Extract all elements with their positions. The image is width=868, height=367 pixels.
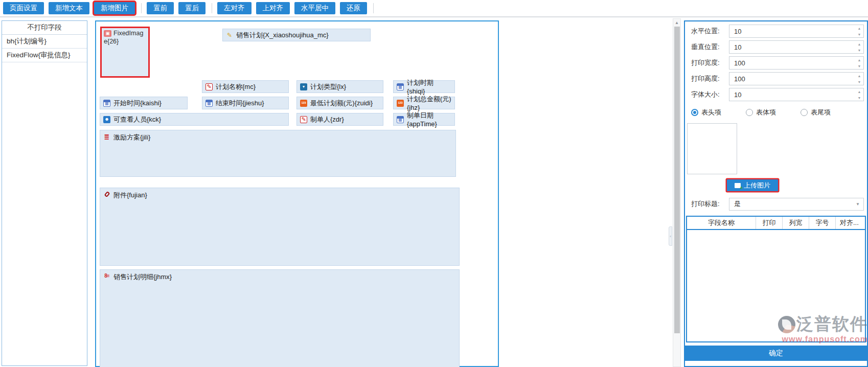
confirm-button[interactable]: 确定 [685, 346, 867, 361]
calendar-icon: ▦ [397, 83, 404, 90]
field-config-table: 字段名称 打印 列宽 字号 对齐... [686, 216, 866, 342]
col-print: 打印 [756, 217, 783, 229]
spin-down-icon[interactable]: ▼ [855, 95, 863, 101]
fixed-image-element[interactable]: ▣FixedImage{26} [100, 27, 150, 78]
field-report-title[interactable]: ✎ 销售计划{X_xiaoshoujihua_mc} [222, 29, 371, 41]
dropdown-icon: ▼ [300, 83, 307, 90]
bring-front-button[interactable]: 置前 [147, 2, 174, 14]
field-min-plan-amount[interactable]: 123 最低计划额(元){zuidi} [296, 97, 383, 109]
font-size-input[interactable] [729, 88, 864, 101]
field-create-date[interactable]: ▦ 制单日期{appTime} [393, 113, 455, 126]
scrollbar-thumb[interactable] [674, 27, 680, 333]
panel-footer-pad [685, 361, 867, 366]
print-title-value: 是 [734, 199, 741, 209]
spin-up-icon[interactable]: ▲ [855, 41, 863, 47]
person-icon: ☻ [103, 116, 110, 123]
align-top-button[interactable]: 上对齐 [256, 2, 290, 14]
add-text-button[interactable]: 新增文本 [49, 2, 89, 14]
prop-label: 打印宽度: [691, 58, 729, 67]
toolbar-separator [141, 3, 142, 13]
spin-up-icon[interactable]: ▲ [855, 57, 863, 63]
calendar-icon: ▦ [205, 100, 213, 107]
field-label: 最低计划额(元){zuidi} [310, 99, 373, 108]
field-attachment[interactable]: 附件{fujian} [100, 188, 460, 266]
field-label: 制单日期{appTime} [407, 111, 451, 128]
field-plan-type[interactable]: ▼ 计划类型{lx} [296, 80, 383, 93]
upload-image-button[interactable]: 上传图片 [727, 179, 778, 191]
col-field-name: 字段名称 [687, 217, 756, 229]
field-label: 销售计划{X_xiaoshoujihua_mc} [236, 31, 329, 40]
vertical-position-input[interactable] [729, 40, 864, 54]
spin-down-icon[interactable]: ▼ [855, 47, 863, 53]
number-icon: 123 [300, 100, 307, 107]
prop-row-print-height: 打印高度: ▲ ▼ [691, 72, 864, 85]
print-title-label: 打印标题: [691, 199, 729, 209]
field-start-time[interactable]: ▦ 开始时间{kaishi} [100, 97, 188, 109]
radio-table-footer[interactable]: 表尾项 [801, 108, 855, 117]
field-end-time[interactable]: ▦ 结束时间{jieshu} [202, 97, 289, 109]
col-align: 对齐... [836, 217, 865, 229]
section-radio-group: 表头项 表体项 表尾项 [691, 108, 864, 117]
radio-label: 表头项 [701, 108, 721, 117]
edit-icon: ✎ [300, 116, 307, 123]
field-label: 销售计划明细{jhmx} [113, 272, 172, 282]
radio-table-body[interactable]: 表体项 [746, 108, 801, 117]
field-creator[interactable]: ✎ 制单人{zdr} [296, 113, 383, 126]
field-plan-name[interactable]: ✎ 计划名称{mc} [202, 80, 289, 93]
restore-button[interactable]: 还原 [340, 2, 367, 14]
field-total-plan-amount[interactable]: 123 计划总金额(元){jhz} [393, 97, 455, 109]
spin-up-icon[interactable]: ▲ [855, 88, 863, 95]
edit-icon: ✎ [205, 83, 213, 90]
print-title-select[interactable]: 是 ▼ [729, 198, 864, 211]
vertical-scrollbar[interactable]: ▲ [673, 18, 681, 367]
field-incentive-plan[interactable]: ≣ 激励方案{jili} [100, 130, 456, 177]
col-font-size: 字号 [809, 217, 836, 229]
prop-label: 水平位置: [691, 27, 729, 36]
spin-up-icon[interactable]: ▲ [855, 73, 863, 79]
radio-icon [746, 109, 753, 116]
tag-icon: ✎ [226, 32, 233, 39]
spinner: ▲ ▼ [855, 25, 863, 37]
field-plan-period[interactable]: ▦ 计划时期{shiqi} [393, 80, 455, 93]
field-label: 可查看人员{kck} [113, 115, 161, 124]
center-horizontal-button[interactable]: 水平居中 [294, 2, 335, 14]
prop-row-horizontal-position: 水平位置: ▲ ▼ [691, 25, 864, 38]
detail-grid-icon: 8≡ [103, 272, 110, 280]
col-width: 列宽 [783, 217, 809, 229]
spinner: ▲ ▼ [855, 41, 863, 53]
toolbar-separator [212, 3, 212, 13]
spin-up-icon[interactable]: ▲ [855, 25, 863, 31]
spin-down-icon[interactable]: ▼ [855, 31, 863, 37]
field-label: 计划类型{lx} [310, 82, 346, 91]
horizontal-position-input[interactable] [729, 25, 864, 38]
field-label: 结束时间{jieshu} [216, 99, 264, 108]
send-back-button[interactable]: 置后 [178, 2, 205, 14]
sidebar-item-plan-number[interactable]: bh{计划编号} [2, 35, 87, 49]
field-sales-plan-detail[interactable]: 8≡ 销售计划明细{jhmx} [100, 269, 460, 367]
no-print-fields-panel: 不打印字段 bh{计划编号} FixedFlow{审批信息} [2, 20, 87, 366]
align-left-button[interactable]: 左对齐 [217, 2, 252, 14]
prop-label: 垂直位置: [691, 42, 729, 52]
radio-table-header[interactable]: 表头项 [691, 108, 746, 117]
field-label: 附件{fujian} [113, 191, 147, 200]
textarea-icon: ≣ [103, 133, 110, 140]
page-setup-button[interactable]: 页面设置 [3, 2, 44, 14]
field-viewable-personnel[interactable]: ☻ 可查看人员{kck} [100, 113, 289, 126]
spin-down-icon[interactable]: ▼ [855, 63, 863, 69]
number-icon: 123 [397, 100, 404, 107]
add-image-button[interactable]: 新增图片 [94, 2, 135, 14]
spin-down-icon[interactable]: ▼ [855, 79, 863, 85]
prop-row-print-width: 打印宽度: ▲ ▼ [691, 56, 864, 70]
chevron-down-icon: ▼ [856, 202, 860, 207]
prop-row-font-size: 字体大小: ▲ ▼ [691, 88, 864, 101]
sidebar-item-approval-info[interactable]: FixedFlow{审批信息} [2, 49, 87, 62]
field-config-table-header: 字段名称 打印 列宽 字号 对齐... [687, 217, 865, 230]
print-height-input[interactable] [729, 72, 864, 85]
field-label: 制单人{zdr} [310, 115, 344, 124]
field-config-table-body [687, 230, 865, 341]
prop-label: 字体大小: [691, 90, 729, 99]
radio-icon [691, 109, 698, 116]
scroll-up-arrow-icon[interactable]: ▲ [673, 19, 680, 26]
print-width-input[interactable] [729, 56, 864, 70]
panel-collapse-handle[interactable]: ‹ [669, 226, 672, 246]
